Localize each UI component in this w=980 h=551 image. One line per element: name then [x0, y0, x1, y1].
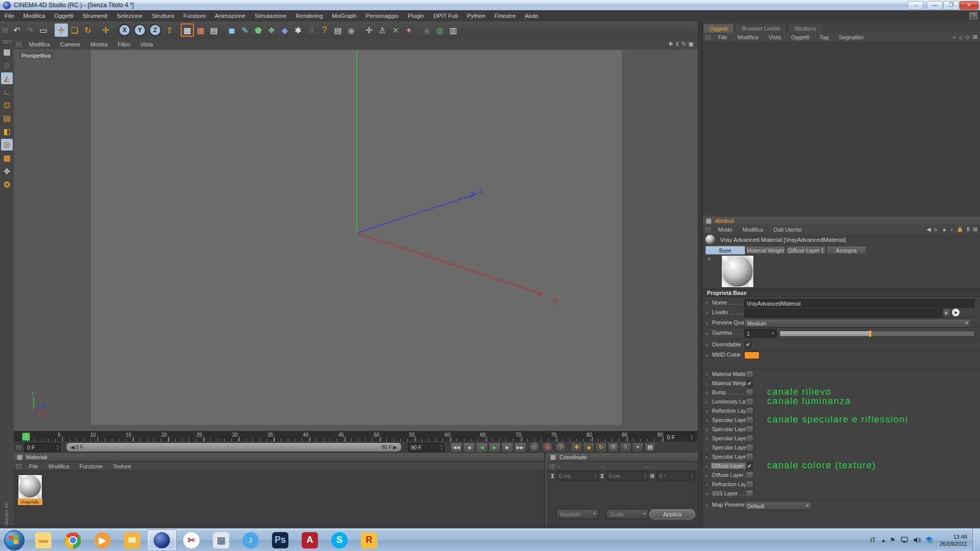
mograph-icon[interactable]: ❖: [265, 23, 278, 37]
materials-menu-item[interactable]: Texture: [108, 463, 136, 469]
r-app[interactable]: R: [354, 530, 384, 551]
channel-checkbox[interactable]: ✔: [746, 481, 753, 488]
menu-item[interactable]: Personaggio: [361, 13, 404, 19]
joint-tool-icon[interactable]: ✛: [362, 23, 376, 37]
layer-input[interactable]: [744, 309, 945, 317]
channel-checkbox[interactable]: ✔: [746, 444, 753, 452]
attribute-tab[interactable]: Base: [705, 246, 745, 255]
add-panel-icon[interactable]: ⊞: [973, 34, 977, 40]
attribute-tab[interactable]: Diffuse Layer 1: [786, 246, 826, 255]
panel-grip[interactable]: [2, 28, 8, 33]
undo-icon[interactable]: ↶: [10, 23, 23, 37]
show-desktop-button[interactable]: [972, 529, 980, 551]
menu-item[interactable]: MoGraph: [328, 13, 361, 19]
language-indicator[interactable]: IT: [870, 537, 876, 544]
panel-grip[interactable]: [3, 40, 12, 44]
frame-spinner[interactable]: 0 F▲▼: [664, 433, 695, 442]
channel-checkbox[interactable]: ✔: [746, 407, 753, 415]
channel-checkbox[interactable]: ✔: [746, 389, 753, 396]
separator[interactable]: [358, 23, 362, 37]
history-forward-icon[interactable]: ▶: [934, 227, 938, 232]
menu-item[interactable]: DPIT Full: [429, 13, 462, 19]
attributes-panel-header[interactable]: Attributi: [703, 217, 980, 226]
lock-y-axis-icon[interactable]: Y: [134, 24, 146, 36]
separator[interactable]: [112, 23, 117, 37]
gamma-slider-handle[interactable]: [869, 331, 871, 337]
restore-button[interactable]: ❐: [943, 1, 959, 10]
autokeying-icon[interactable]: ◉: [542, 442, 553, 453]
object-manager-menu-item[interactable]: Segnalibri: [834, 34, 869, 40]
cinema4d[interactable]: [147, 530, 177, 551]
lock-x-axis-icon[interactable]: X: [118, 24, 131, 36]
attribute-tab[interactable]: Material Weight: [746, 246, 786, 255]
viewport-menu-item[interactable]: Filtro: [113, 41, 135, 47]
texture-paint-icon[interactable]: ✦: [402, 23, 415, 37]
snipping-tool[interactable]: ✂: [177, 530, 206, 551]
attributes-menu-item[interactable]: Modo: [713, 227, 738, 233]
generators-icon[interactable]: ⬟: [252, 23, 265, 37]
object-axis-mode-icon[interactable]: ∟: [1, 86, 13, 97]
key-pla-icon[interactable]: ⠿: [620, 442, 631, 453]
manager-tab[interactable]: Struttura: [788, 23, 822, 33]
channel-checkbox[interactable]: ✔: [746, 490, 753, 497]
object-tree[interactable]: [703, 41, 980, 214]
materials-panel-header[interactable]: Materiali: [14, 453, 544, 462]
channel-checkbox[interactable]: ✔: [746, 380, 753, 387]
lock-icon[interactable]: 🔒: [957, 227, 963, 232]
snap-settings-icon[interactable]: ▤: [331, 23, 345, 37]
tray-chevron-icon[interactable]: ▴: [882, 536, 886, 544]
section-header[interactable]: Proprietà Base: [703, 289, 980, 297]
resize-button[interactable]: ⇔: [908, 1, 923, 10]
menu-item[interactable]: File: [0, 13, 19, 19]
key-rotation-icon[interactable]: ↻: [595, 442, 607, 453]
sync-icon[interactable]: 8: [967, 227, 970, 232]
pan-view-icon[interactable]: ✚: [668, 41, 673, 47]
attributes-menu-item[interactable]: Dati Utente: [769, 227, 807, 233]
home-icon[interactable]: ⌂: [959, 34, 963, 40]
viewport-menu-item[interactable]: Modifica: [24, 41, 55, 47]
menu-item[interactable]: Finestre: [490, 13, 521, 19]
network-icon[interactable]: [900, 537, 909, 543]
expand-arrow-icon[interactable]: ▶: [738, 353, 741, 357]
overridable-checkbox[interactable]: ✔: [744, 341, 752, 348]
attributes-menu-item[interactable]: Modifica: [738, 227, 769, 233]
history-back-icon[interactable]: ◀: [927, 227, 931, 232]
current-frame-spinner[interactable]: 0 F▲▼: [24, 443, 61, 452]
xpresso-icon[interactable]: ✕: [389, 23, 402, 37]
coordinate-system-icon[interactable]: ⇧: [163, 23, 176, 37]
key-scale-icon[interactable]: ■: [583, 442, 595, 453]
calculator[interactable]: ▦: [206, 530, 236, 551]
close-button[interactable]: ✕: [960, 1, 978, 10]
itunes[interactable]: ♪: [236, 530, 265, 551]
scale-field[interactable]: 0 cm▲▼: [606, 471, 648, 481]
materials-menu-item[interactable]: Modifica: [43, 463, 75, 469]
menu-item[interactable]: Simulazione: [250, 13, 291, 19]
manager-tab[interactable]: Browser Livello: [735, 23, 787, 33]
channel-checkbox[interactable]: ✔: [746, 471, 753, 479]
start-button[interactable]: [4, 530, 24, 550]
keyframe-presets-icon[interactable]: ▤: [644, 442, 656, 453]
toggle-view-icon[interactable]: ▣: [689, 41, 694, 47]
timeline-range-slider[interactable]: ◀ 0 F 90 F ▶: [66, 442, 402, 452]
texture-axis-mode-icon[interactable]: ✥: [1, 165, 13, 177]
lock-z-axis-icon[interactable]: Z: [149, 24, 161, 36]
layer-picker-arrow[interactable]: ▶: [943, 309, 950, 317]
separator[interactable]: [415, 23, 420, 37]
material-title-row[interactable]: Vray Advanced Material [VrayAdvancedMate…: [703, 234, 980, 245]
locked-mode-icon[interactable]: ◍: [1, 59, 13, 71]
viewport-render-icon[interactable]: ◉: [420, 23, 433, 37]
menu-item[interactable]: Oggetti: [50, 13, 78, 19]
material-name-label[interactable]: VrayAdv.: [18, 498, 42, 505]
render-view-icon[interactable]: ▦: [181, 23, 194, 37]
channel-checkbox[interactable]: ✔: [746, 398, 753, 406]
channel-checkbox[interactable]: ✔: [746, 416, 753, 424]
dropbox-icon[interactable]: ✓: [925, 537, 933, 544]
channel-checkbox[interactable]: ✔: [746, 462, 753, 470]
photoshop[interactable]: Ps: [265, 530, 295, 551]
viewport-menu-item[interactable]: Camere: [55, 41, 85, 47]
search-icon[interactable]: ⌕: [950, 227, 953, 233]
texture-mode-icon[interactable]: ▩: [1, 152, 13, 164]
menu-item[interactable]: Modifica: [19, 13, 50, 19]
viewport[interactable]: Prospettiva Z X Y Z X: [14, 49, 698, 431]
menu-item[interactable]: Funzioni: [179, 13, 210, 19]
